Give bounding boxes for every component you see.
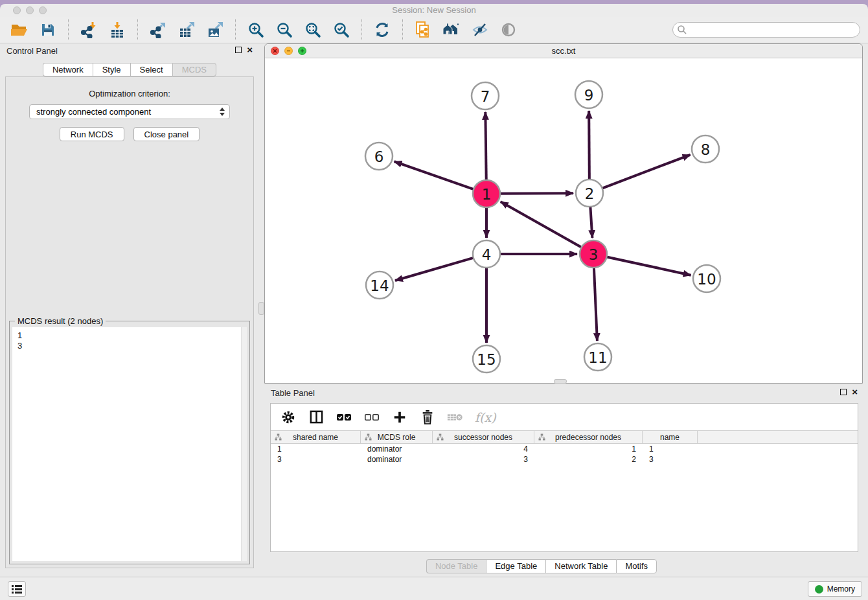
graph-edge-4-14[interactable] bbox=[395, 258, 474, 281]
table-panel-close-icon[interactable]: × bbox=[852, 389, 858, 395]
close-panel-button[interactable]: Close panel bbox=[133, 127, 200, 141]
graph-node-2[interactable]: 2 bbox=[576, 179, 603, 207]
graph-edge-2-3[interactable] bbox=[590, 207, 592, 238]
table-panel-float-icon[interactable] bbox=[840, 389, 847, 395]
graph-node-1[interactable]: 1 bbox=[473, 180, 500, 207]
tab-motifs[interactable]: Motifs bbox=[616, 559, 657, 573]
run-mcds-button[interactable]: Run MCDS bbox=[60, 127, 124, 141]
save-icon bbox=[40, 22, 56, 38]
table-cell: 3 bbox=[271, 454, 361, 465]
tab-edge-table[interactable]: Edge Table bbox=[486, 559, 545, 573]
control-panel-close-icon[interactable]: × bbox=[247, 47, 253, 53]
graph-edge-2-8[interactable] bbox=[602, 155, 691, 189]
search-box[interactable] bbox=[672, 22, 860, 38]
home-button[interactable] bbox=[440, 19, 463, 41]
graph-edge-1-2[interactable] bbox=[500, 193, 573, 194]
refresh-layout-button[interactable] bbox=[371, 19, 394, 41]
column-header-successor-nodes[interactable]: successor nodes bbox=[433, 431, 534, 443]
column-header-name[interactable]: name bbox=[643, 431, 698, 443]
task-history-button[interactable] bbox=[8, 581, 26, 597]
zoom-selected-button[interactable] bbox=[330, 19, 353, 41]
vertical-splitter-handle[interactable] bbox=[258, 302, 264, 315]
export-network-button[interactable] bbox=[146, 19, 170, 41]
tab-mcds[interactable]: MCDS bbox=[172, 63, 216, 76]
network-minimize-button[interactable] bbox=[284, 47, 293, 55]
graph-edge-1-6[interactable] bbox=[394, 161, 474, 189]
graph-node-6[interactable]: 6 bbox=[365, 143, 393, 170]
column-header-shared-name[interactable]: shared name bbox=[271, 431, 361, 443]
export-network-icon bbox=[150, 21, 166, 38]
graph-edge-3-10[interactable] bbox=[607, 257, 691, 275]
table-tabs: Node Table Edge Table Network Table Moti… bbox=[242, 559, 841, 573]
graph-edge-1-7[interactable] bbox=[485, 112, 486, 180]
toolbar-separator bbox=[235, 19, 236, 40]
tab-style[interactable]: Style bbox=[93, 63, 130, 76]
graph-edge-3-11[interactable] bbox=[594, 268, 597, 341]
graph-node-15[interactable]: 15 bbox=[473, 345, 500, 373]
open-folder-icon bbox=[10, 22, 29, 38]
column-header-mcds-role[interactable]: MCDS role bbox=[361, 431, 433, 443]
graph-node-label: 3 bbox=[589, 246, 599, 263]
hide-selected-button[interactable] bbox=[468, 19, 492, 41]
graph-node-11[interactable]: 11 bbox=[584, 343, 611, 371]
clone-network-icon bbox=[415, 21, 431, 39]
optimization-criterion-value: strongly connected component bbox=[36, 107, 151, 117]
table-row[interactable]: 1dominator411 bbox=[271, 444, 858, 454]
tab-select[interactable]: Select bbox=[130, 63, 172, 76]
mcds-result-textarea[interactable]: 1 3 bbox=[12, 327, 247, 561]
network-zoom-button[interactable] bbox=[298, 47, 306, 55]
tab-node-table[interactable]: Node Table bbox=[426, 559, 486, 573]
zoom-fit-button[interactable] bbox=[301, 19, 325, 41]
select-all-button[interactable] bbox=[336, 408, 352, 426]
delete-table-button[interactable] bbox=[447, 408, 464, 426]
tab-network-table[interactable]: Network Table bbox=[545, 559, 616, 573]
memory-button[interactable]: Memory bbox=[808, 581, 862, 597]
horizontal-splitter-handle[interactable] bbox=[554, 379, 567, 384]
column-type-icon bbox=[365, 433, 372, 441]
function-builder-button[interactable]: f(x) bbox=[475, 410, 496, 424]
delete-column-button[interactable] bbox=[419, 408, 436, 426]
deselect-all-button[interactable] bbox=[363, 408, 380, 426]
graph-node-7[interactable]: 7 bbox=[472, 82, 499, 110]
graph-node-14[interactable]: 14 bbox=[366, 271, 393, 299]
zoom-in-button[interactable] bbox=[244, 19, 268, 41]
table-settings-button[interactable] bbox=[280, 408, 297, 426]
table-cell: 3 bbox=[643, 454, 698, 465]
column-header-predecessor-nodes[interactable]: predecessor nodes bbox=[534, 431, 643, 443]
table-row[interactable]: 3dominator323 bbox=[271, 454, 858, 465]
open-session-button[interactable] bbox=[8, 19, 31, 41]
create-column-button[interactable] bbox=[391, 408, 408, 426]
tab-network[interactable]: Network bbox=[43, 63, 93, 76]
graph-edge-2-9[interactable] bbox=[589, 111, 589, 179]
zoom-out-button[interactable] bbox=[273, 19, 296, 41]
table-cell: 4 bbox=[433, 444, 534, 454]
result-scrollbar[interactable] bbox=[241, 327, 247, 561]
graph-node-10[interactable]: 10 bbox=[693, 265, 720, 292]
graph-node-label: 11 bbox=[588, 349, 607, 366]
control-panel-float-icon[interactable] bbox=[235, 47, 242, 53]
graph-node-3[interactable]: 3 bbox=[580, 240, 607, 268]
optimization-criterion-select[interactable]: strongly connected component bbox=[29, 104, 230, 119]
graph-edge-3-1[interactable] bbox=[501, 202, 582, 247]
network-close-button[interactable] bbox=[271, 47, 279, 55]
graph-node-9[interactable]: 9 bbox=[575, 81, 602, 108]
search-input[interactable] bbox=[687, 23, 860, 36]
graph-node-4[interactable]: 4 bbox=[473, 240, 500, 268]
import-table-button[interactable] bbox=[106, 19, 129, 41]
show-hidden-button[interactable] bbox=[497, 19, 520, 41]
save-session-button[interactable] bbox=[36, 19, 60, 41]
deselect-all-icon bbox=[364, 413, 380, 422]
network-canvas[interactable]: 7968124314101511 bbox=[265, 58, 862, 384]
column-type-icon bbox=[275, 433, 282, 441]
import-network-button[interactable] bbox=[77, 19, 100, 41]
home-icon bbox=[442, 22, 461, 38]
refresh-layout-icon bbox=[374, 21, 391, 38]
graph-node-8[interactable]: 8 bbox=[692, 135, 719, 163]
export-image-button[interactable] bbox=[203, 19, 227, 41]
graph-node-label: 14 bbox=[370, 277, 389, 294]
zoom-out-icon bbox=[276, 21, 293, 38]
show-columns-button[interactable] bbox=[308, 408, 325, 426]
export-table-button[interactable] bbox=[175, 19, 198, 41]
trash-icon bbox=[420, 410, 435, 425]
clone-network-button[interactable] bbox=[411, 19, 435, 41]
